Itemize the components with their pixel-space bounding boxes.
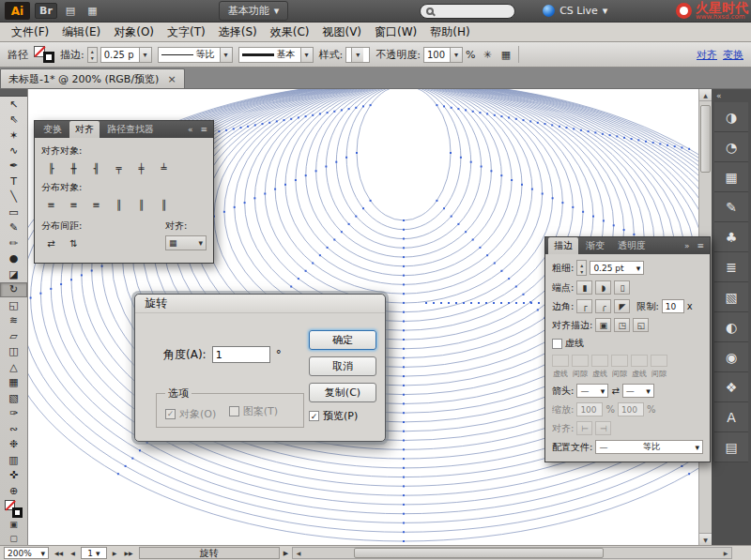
screen-mode-icon[interactable]: ▢ xyxy=(0,531,27,545)
magic-wand-tool[interactable]: ✶ xyxy=(0,128,27,143)
type-tool[interactable]: T xyxy=(0,174,27,189)
stroke-panel-icon[interactable]: ≣ xyxy=(714,252,748,282)
character-panel-icon[interactable]: A xyxy=(714,402,748,432)
free-transform-tool[interactable]: ▱ xyxy=(0,328,27,343)
round-join-button[interactable]: ╭ xyxy=(595,299,611,313)
scroll-left-icon[interactable]: ◀ xyxy=(293,548,304,558)
copy-button[interactable]: 复制(C) xyxy=(309,383,376,402)
menu-edit[interactable]: 编辑(E) xyxy=(55,23,107,42)
chevron-down-icon[interactable]: ▾ xyxy=(139,48,151,62)
stroke-swatch[interactable] xyxy=(43,52,54,63)
stroke-weight-dropdown[interactable]: 0.25 p ▾ xyxy=(100,47,152,63)
dash-field[interactable] xyxy=(591,355,608,367)
distribute-right-button[interactable]: ║ xyxy=(154,197,174,213)
tab-pathfinder[interactable]: 路径查找器 xyxy=(101,121,160,138)
fill-stroke-indicator[interactable] xyxy=(34,46,54,63)
perspective-grid-tool[interactable]: △ xyxy=(0,359,27,374)
menu-window[interactable]: 窗口(W) xyxy=(368,23,423,42)
rectangle-tool[interactable]: ▭ xyxy=(0,204,27,219)
arrange-documents-icon[interactable]: ▤ xyxy=(62,4,79,18)
stroke-swatch[interactable] xyxy=(12,507,23,518)
stroke-outside-button[interactable]: ◱ xyxy=(633,318,649,332)
miter-limit-input[interactable]: 10 xyxy=(662,299,684,313)
projecting-cap-button[interactable]: ▯ xyxy=(614,280,630,295)
line-tool[interactable]: ╲ xyxy=(0,189,27,204)
eraser-tool[interactable]: ◪ xyxy=(0,266,27,281)
blob-brush-tool[interactable]: ● xyxy=(0,251,27,266)
align-h-center-button[interactable]: ╫ xyxy=(64,160,84,176)
column-graph-tool[interactable]: ▥ xyxy=(0,452,27,467)
width-tool[interactable]: ≋ xyxy=(0,313,27,328)
weight-stepper[interactable]: ▴ ▾ xyxy=(576,260,587,276)
align-bottom-button[interactable]: ╧ xyxy=(154,160,174,176)
scroll-up-icon[interactable]: ▲ xyxy=(699,89,712,101)
chevron-down-icon[interactable]: ▾ xyxy=(351,48,363,62)
collapse-icon[interactable]: » xyxy=(682,241,693,250)
stroke-panel-header[interactable]: 描边渐变透明度 » ≡ xyxy=(545,237,710,254)
symbol-sprayer-tool[interactable]: ❉ xyxy=(0,436,27,451)
width-profile-dropdown[interactable]: — 等比 ▾ xyxy=(595,440,703,454)
vertical-scroll-thumb[interactable] xyxy=(700,105,711,173)
arrow-align-tip-button[interactable]: ⊢ xyxy=(576,421,592,435)
tab-transparency[interactable]: 透明度 xyxy=(612,237,651,254)
opacity-dropdown[interactable]: 100 ▾ xyxy=(423,47,463,63)
patterns-checkbox[interactable]: 图案(T) xyxy=(229,404,278,418)
bridge-icon[interactable]: Br xyxy=(35,3,57,19)
butt-cap-button[interactable]: ▮ xyxy=(576,280,592,295)
menu-object[interactable]: 对象(O) xyxy=(107,23,161,42)
weight-dropdown[interactable]: 0.25 pt ▾ xyxy=(590,261,644,275)
ok-button[interactable]: 确定 xyxy=(309,330,376,350)
symbols-icon[interactable]: ♣ xyxy=(714,222,748,252)
round-cap-button[interactable]: ◗ xyxy=(595,280,611,295)
menu-help[interactable]: 帮助(H) xyxy=(423,23,476,42)
zoom-tool[interactable]: ⊕ xyxy=(0,483,27,498)
dashed-line-checkbox[interactable] xyxy=(552,339,562,349)
brush-definition-dropdown[interactable]: 基本 ▾ xyxy=(238,47,314,63)
cs-live-button[interactable]: CS Live ▾ xyxy=(543,5,607,17)
fill-stroke-swatches[interactable] xyxy=(4,499,23,517)
arrow-align-end-button[interactable]: ⊣ xyxy=(595,421,611,435)
align-right-button[interactable]: ╢ xyxy=(86,160,106,176)
tab-align[interactable]: 对齐 xyxy=(69,121,100,138)
gradient-tool[interactable]: ▧ xyxy=(0,390,27,405)
preview-checkbox[interactable]: ✓ 预览(P) xyxy=(309,409,358,423)
brushes-icon[interactable]: ✎ xyxy=(714,192,748,222)
horizontal-scroll-thumb[interactable] xyxy=(354,548,604,558)
arrow-scale-start-input[interactable]: 100 xyxy=(576,402,603,416)
cancel-button[interactable]: 取消 xyxy=(309,356,376,376)
align-v-center-button[interactable]: ╪ xyxy=(131,160,151,176)
mesh-tool[interactable]: ▦ xyxy=(0,375,27,390)
width-profile-dropdown[interactable]: 等比 ▾ xyxy=(158,47,233,63)
v-distribute-space-button[interactable]: ⇅ xyxy=(64,235,84,251)
dash-field[interactable] xyxy=(572,355,589,367)
search-box[interactable] xyxy=(420,4,515,19)
paintbrush-tool[interactable]: ✎ xyxy=(0,220,27,235)
tab-gradient[interactable]: 渐变 xyxy=(580,237,610,254)
distribute-top-button[interactable]: ≡ xyxy=(41,197,61,213)
distribute-v-center-button[interactable]: ≡ xyxy=(64,197,84,213)
document-setup-icon[interactable]: ▦ xyxy=(499,49,513,61)
appearance-icon[interactable]: ◉ xyxy=(714,342,748,372)
workspace-switcher[interactable]: 基本功能 ▾ xyxy=(219,1,289,21)
shape-builder-tool[interactable]: ◫ xyxy=(0,344,27,359)
align-panel-header[interactable]: 变换对齐路径查找器 « ≡ xyxy=(35,121,213,138)
horizontal-scrollbar[interactable]: ◀ ▶ xyxy=(292,547,732,559)
panel-menu-icon[interactable]: ≡ xyxy=(197,125,210,134)
previous-artboard-button[interactable]: ◀ xyxy=(69,550,77,556)
align-top-button[interactable]: ╤ xyxy=(109,160,129,176)
menu-effect[interactable]: 效果(C) xyxy=(264,23,316,42)
horizontal-scroll-track[interactable] xyxy=(304,548,720,558)
color-panel-icon[interactable]: ◑ xyxy=(714,102,748,132)
dash-field[interactable] xyxy=(651,355,667,367)
layout-icon[interactable]: ▦ xyxy=(84,4,100,18)
color-guide-icon[interactable]: ◔ xyxy=(714,132,748,162)
draw-mode-icon[interactable]: ▣ xyxy=(0,518,27,532)
scale-tool[interactable]: ◱ xyxy=(0,297,27,312)
align-link[interactable]: 对齐 xyxy=(697,48,717,62)
hand-tool[interactable]: ✜ xyxy=(0,467,27,482)
angle-input[interactable] xyxy=(212,346,270,363)
direct-selection-tool[interactable]: ⇖ xyxy=(0,112,27,127)
swatches-icon[interactable]: ▦ xyxy=(714,162,748,192)
close-icon[interactable]: × xyxy=(167,73,176,85)
artboard-navigation-dropdown[interactable]: 1 ▾ xyxy=(81,547,107,559)
